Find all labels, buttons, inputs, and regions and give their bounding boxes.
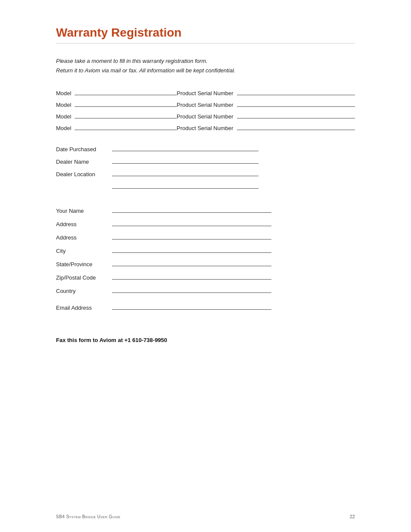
serial-line-1	[237, 88, 355, 95]
email-label: Email Address	[56, 305, 112, 311]
date-purchased-row: Date Purchased	[56, 144, 355, 152]
address-line-1	[112, 219, 271, 226]
footer-guide-title: SB4 System Bridge User Guide	[56, 514, 121, 519]
model-col-2: Model	[56, 100, 177, 108]
serial-label-1: Product Serial Number	[177, 90, 234, 96]
footer: SB4 System Bridge User Guide 22	[56, 514, 355, 519]
dealer-location-line	[112, 169, 258, 176]
model-col-4: Model	[56, 123, 177, 131]
serial-line-2	[237, 100, 355, 107]
model-line-2	[75, 100, 177, 107]
page-title: Warranty Registration	[56, 26, 355, 40]
serial-line-3	[237, 112, 355, 118]
email-line	[112, 303, 271, 310]
model-label-2: Model	[56, 102, 71, 108]
intro-text: Please take a moment to fill in this war…	[56, 56, 355, 75]
city-row: City	[56, 246, 355, 254]
serial-label-2: Product Serial Number	[177, 102, 234, 108]
intro-line-2: Return it to Aviom via mail or fax. All …	[56, 66, 355, 75]
city-label: City	[56, 248, 112, 254]
your-name-line	[112, 206, 271, 213]
date-purchased-label: Date Purchased	[56, 146, 112, 152]
email-section: Email Address	[56, 303, 355, 311]
model-serial-group: Model Product Serial Number Model Produc…	[56, 88, 355, 131]
zip-row: Zip/Postal Code	[56, 273, 355, 281]
serial-col-4: Product Serial Number	[177, 123, 355, 131]
address-row-2: Address	[56, 233, 355, 241]
dealer-location-extra-line	[112, 182, 258, 189]
dealer-name-line	[112, 157, 258, 164]
dealer-name-label: Dealer Name	[56, 159, 112, 165]
country-line	[112, 286, 271, 293]
address-row-1: Address	[56, 219, 355, 227]
model-col-1: Model	[56, 88, 177, 96]
address-label-1: Address	[56, 221, 112, 227]
dealer-name-row: Dealer Name	[56, 157, 355, 165]
form-section: Model Product Serial Number Model Produc…	[56, 88, 355, 343]
serial-col-1: Product Serial Number	[177, 88, 355, 96]
zip-line	[112, 273, 271, 280]
model-serial-row: Model Product Serial Number	[56, 88, 355, 96]
serial-label-3: Product Serial Number	[177, 113, 234, 120]
address-label-2: Address	[56, 234, 112, 241]
serial-col-3: Product Serial Number	[177, 112, 355, 120]
footer-page-number: 22	[350, 514, 355, 519]
contact-section: Your Name Address Address City State/Pro…	[56, 206, 355, 294]
address-line-2	[112, 233, 271, 240]
title-section: Warranty Registration	[56, 26, 355, 44]
state-line	[112, 259, 271, 266]
model-line-3	[75, 112, 177, 118]
country-row: Country	[56, 286, 355, 294]
serial-label-4: Product Serial Number	[177, 125, 234, 131]
model-label-4: Model	[56, 125, 71, 131]
dealer-location-label: Dealer Location	[56, 171, 112, 177]
date-purchased-line	[112, 144, 258, 151]
serial-line-4	[237, 123, 355, 130]
intro-line-1: Please take a moment to fill in this war…	[56, 56, 355, 66]
model-line-4	[75, 123, 177, 130]
model-col-3: Model	[56, 112, 177, 120]
model-line-1	[75, 88, 177, 95]
country-label: Country	[56, 288, 112, 294]
city-line	[112, 246, 271, 253]
state-label: State/Province	[56, 261, 112, 268]
dealer-section: Date Purchased Dealer Name Dealer Locati…	[56, 144, 355, 189]
model-serial-row: Model Product Serial Number	[56, 112, 355, 120]
dealer-location-row: Dealer Location	[56, 169, 355, 177]
your-name-label: Your Name	[56, 208, 112, 214]
serial-col-2: Product Serial Number	[177, 100, 355, 108]
fax-text: Fax this form to Aviom at +1 610-738-995…	[56, 337, 355, 343]
page: Warranty Registration Please take a mome…	[0, 0, 411, 532]
zip-label: Zip/Postal Code	[56, 274, 112, 281]
model-serial-row: Model Product Serial Number	[56, 100, 355, 108]
email-row: Email Address	[56, 303, 355, 311]
model-serial-row: Model Product Serial Number	[56, 123, 355, 131]
fax-section: Fax this form to Aviom at +1 610-738-995…	[56, 337, 355, 343]
model-label-1: Model	[56, 90, 71, 96]
your-name-row: Your Name	[56, 206, 355, 214]
model-label-3: Model	[56, 113, 71, 120]
state-row: State/Province	[56, 259, 355, 268]
